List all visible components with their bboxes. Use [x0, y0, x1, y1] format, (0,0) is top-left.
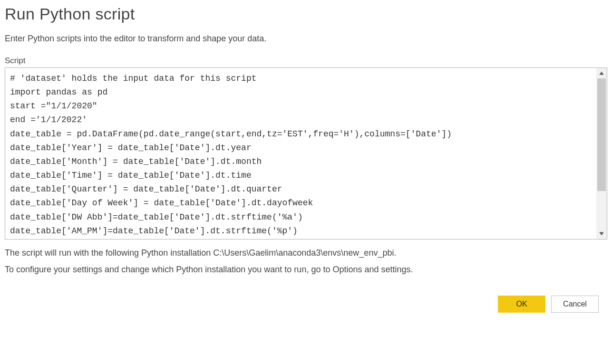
cancel-button[interactable]: Cancel [551, 296, 599, 313]
scroll-down-arrow-icon[interactable] [596, 229, 607, 239]
scroll-thumb[interactable] [597, 78, 606, 191]
dialog-button-row: OK Cancel [5, 296, 607, 313]
script-label: Script [5, 56, 607, 66]
scrollbar-vertical[interactable] [596, 68, 607, 239]
dialog-instruction: Enter Python scripts into the editor to … [5, 34, 607, 44]
script-editor-container [5, 67, 607, 239]
python-config-note: To configure your settings and change wh… [5, 263, 607, 277]
scroll-track[interactable] [596, 78, 607, 229]
ok-button[interactable]: OK [498, 296, 545, 313]
python-script-dialog: Run Python script Enter Python scripts i… [5, 5, 607, 313]
python-install-note: The script will run with the following P… [5, 246, 607, 260]
script-editor[interactable] [5, 68, 596, 239]
scroll-up-arrow-icon[interactable] [596, 68, 607, 78]
dialog-title: Run Python script [5, 5, 607, 23]
